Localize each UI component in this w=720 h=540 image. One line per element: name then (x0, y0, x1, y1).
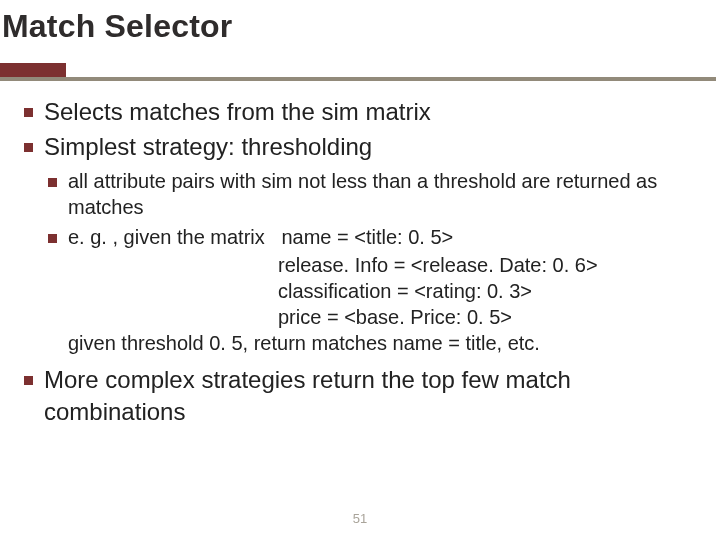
rule-bar (0, 77, 716, 81)
bullet-list: Selects matches from the sim matrix Simp… (20, 96, 700, 427)
title-rule (0, 63, 720, 81)
bullet-2-2-tail: given threshold 0. 5, return matches nam… (68, 330, 700, 356)
bullet-2-2: e. g. , given the matrix name = <title: … (44, 224, 700, 356)
bullet-1-text: Selects matches from the sim matrix (44, 98, 431, 125)
rule-accent (0, 63, 66, 77)
bullet-2-text: Simplest strategy: thresholding (44, 133, 372, 160)
slide: Match Selector Selects matches from the … (0, 0, 720, 540)
matrix-line-2: release. Info = <release. Date: 0. 6> (68, 252, 700, 278)
page-title: Match Selector (2, 8, 232, 45)
matrix-line-3: classification = <rating: 0. 3> (68, 278, 700, 304)
page-number: 51 (0, 511, 720, 526)
bullet-2-2-lead: e. g. , given the matrix (68, 226, 281, 248)
bullet-2-sublist: all attribute pairs with sim not less th… (44, 168, 700, 356)
bullet-3: More complex strategies return the top f… (20, 364, 700, 426)
bullet-2-1-text: all attribute pairs with sim not less th… (68, 170, 657, 218)
bullet-3-text: More complex strategies return the top f… (44, 366, 571, 424)
matrix-block: release. Info = <release. Date: 0. 6> cl… (68, 252, 700, 330)
bullet-2-1: all attribute pairs with sim not less th… (44, 168, 700, 220)
bullet-1: Selects matches from the sim matrix (20, 96, 700, 127)
matrix-line-4: price = <base. Price: 0. 5> (68, 304, 700, 330)
bullet-2: Simplest strategy: thresholding all attr… (20, 131, 700, 356)
body: Selects matches from the sim matrix Simp… (20, 96, 700, 431)
matrix-line-1: name = <title: 0. 5> (281, 226, 453, 248)
